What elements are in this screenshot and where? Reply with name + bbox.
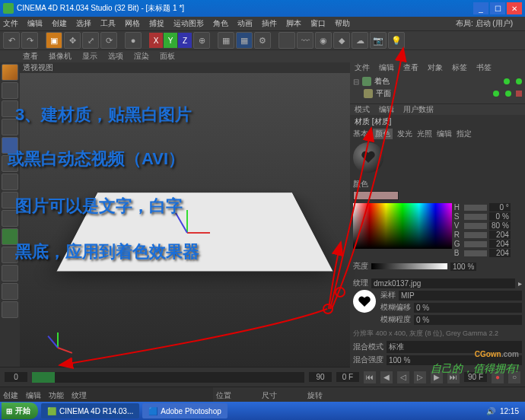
timeline-cur[interactable]: 0 F — [336, 372, 359, 382]
y-axis-toggle[interactable]: Y — [164, 33, 177, 48]
menu-tools[interactable]: 工具 — [100, 18, 116, 29]
taskbar-item-c4d[interactable]: 🟩CINEMA 4D R14.03... — [41, 403, 139, 418]
prev-frame-button[interactable]: ◀ — [380, 371, 393, 383]
goto-start-button[interactable]: ⏮ — [364, 371, 376, 383]
cube-primitive[interactable] — [278, 32, 295, 49]
tab-editor[interactable]: 编辑 — [437, 129, 452, 139]
maximize-button[interactable]: ☐ — [490, 2, 505, 14]
clock[interactable]: 12:15 — [500, 407, 519, 415]
render-settings[interactable]: ⚙ — [254, 32, 271, 49]
menu-create[interactable]: 创建 — [52, 18, 67, 29]
blur-scale-value[interactable]: 0 % — [414, 315, 522, 325]
am-mode[interactable]: 模式 — [355, 104, 370, 115]
make-editable[interactable] — [2, 64, 18, 81]
om-objects[interactable]: 对象 — [428, 62, 443, 73]
tab-basic[interactable]: 基本 — [353, 129, 368, 139]
generator-tool[interactable]: ◉ — [315, 32, 332, 49]
s-value[interactable]: 0 % — [489, 212, 511, 221]
deformer-tool[interactable]: ◆ — [333, 32, 350, 49]
mm-edit[interactable]: 编辑 — [26, 390, 41, 401]
am-userdata[interactable]: 用户数据 — [403, 104, 434, 115]
menu-mesh[interactable]: 网格 — [125, 18, 140, 29]
b-value[interactable]: 204 — [489, 249, 511, 257]
menu-select[interactable]: 选择 — [76, 18, 91, 29]
system-tray[interactable]: 🔊 12:15 — [482, 407, 523, 415]
timeline-start[interactable]: 0 — [5, 372, 27, 382]
rotate-tool[interactable]: ⟳ — [100, 32, 117, 49]
tab-assign[interactable]: 指定 — [457, 129, 472, 139]
z-axis-toggle[interactable]: Z — [178, 33, 192, 48]
mm-texture[interactable]: 纹理 — [72, 390, 87, 401]
object-row-shader[interactable]: ⊟ 着色 — [353, 76, 522, 87]
timeline-end[interactable]: 90 — [309, 372, 332, 382]
menu-mograph[interactable]: 运动图形 — [173, 18, 204, 29]
play-button[interactable]: ▷ — [414, 371, 426, 383]
scale-tool[interactable]: ⤢ — [82, 32, 99, 49]
timeline-track[interactable] — [32, 372, 304, 383]
brightness-slider[interactable] — [371, 263, 447, 269]
taskbar-item-ps[interactable]: 🟦Adobe Photoshop — [142, 403, 228, 418]
select-tool[interactable]: ▣ — [46, 32, 62, 49]
coord-system[interactable]: ⊕ — [193, 32, 210, 49]
material-preview[interactable] — [350, 139, 525, 176]
menu-file[interactable]: 文件 — [3, 18, 18, 29]
brightness-value[interactable]: 100 % — [450, 262, 476, 271]
menu-character[interactable]: 角色 — [213, 18, 228, 29]
undo-button[interactable]: ↶ — [3, 32, 20, 49]
poly-mode[interactable] — [2, 173, 18, 190]
menu-edit[interactable]: 编辑 — [27, 18, 43, 29]
color-picker-field[interactable] — [353, 203, 452, 249]
tab-color[interactable]: 颜色 — [373, 129, 393, 139]
menu-window[interactable]: 窗口 — [310, 18, 326, 29]
workplane-tool[interactable] — [2, 265, 18, 282]
vp-panel[interactable]: 面板 — [160, 51, 175, 62]
menu-animate[interactable]: 动画 — [237, 18, 253, 29]
object-manager[interactable]: ⊟ 着色 平面 — [350, 73, 525, 103]
vp-view[interactable]: 查看 — [23, 51, 38, 62]
camera-tool[interactable]: 📷 — [370, 32, 387, 49]
sampling-value[interactable]: MIP — [399, 291, 522, 301]
lock-workplane[interactable] — [2, 283, 18, 300]
g-value[interactable]: 204 — [489, 240, 511, 248]
vp-display[interactable]: 显示 — [82, 51, 97, 62]
redo-button[interactable]: ↷ — [21, 32, 38, 49]
environment-tool[interactable]: ☁ — [352, 32, 368, 49]
minimize-button[interactable]: _ — [473, 2, 488, 14]
layout-selector[interactable]: 布局: 启动 (用户) — [456, 18, 513, 29]
om-edit[interactable]: 编辑 — [379, 62, 394, 73]
om-bookmarks[interactable]: 书签 — [476, 62, 492, 73]
menu-script[interactable]: 脚本 — [286, 18, 301, 29]
model-mode[interactable] — [2, 82, 18, 99]
menu-help[interactable]: 帮助 — [335, 18, 350, 29]
blur-offset-value[interactable]: 0 % — [414, 303, 522, 313]
mm-function[interactable]: 功能 — [49, 390, 64, 401]
play-back-button[interactable]: ◁ — [397, 371, 409, 383]
planar-workplane[interactable] — [2, 301, 18, 318]
texture-thumbnail[interactable] — [353, 290, 376, 313]
tray-icon[interactable]: 🔊 — [486, 407, 495, 415]
om-file[interactable]: 文件 — [355, 62, 370, 73]
object-row-plane[interactable]: 平面 — [353, 88, 522, 99]
tab-luminance[interactable]: 发光 — [397, 129, 412, 139]
recent-tool[interactable]: ● — [125, 32, 142, 49]
vp-options[interactable]: 选项 — [108, 51, 123, 62]
r-value[interactable]: 204 — [489, 231, 511, 239]
x-axis-toggle[interactable]: X — [149, 33, 163, 48]
start-button[interactable]: ⊞ 开始 — [2, 402, 38, 419]
render-view[interactable]: ▦ — [218, 32, 234, 49]
color-swatch[interactable] — [353, 191, 399, 200]
mm-create[interactable]: 创建 — [3, 390, 18, 401]
menu-snap[interactable]: 捕捉 — [149, 18, 164, 29]
render-pv[interactable]: ▦ — [236, 32, 253, 49]
vp-camera[interactable]: 摄像机 — [49, 51, 72, 62]
vp-filter[interactable]: 渲染 — [134, 51, 149, 62]
v-value[interactable]: 80 % — [489, 221, 511, 230]
om-view[interactable]: 查看 — [403, 62, 418, 73]
am-edit[interactable]: 编辑 — [379, 104, 394, 115]
texture-file-field[interactable]: dmzk0137.jpg — [371, 278, 515, 288]
h-value[interactable]: 0 ° — [489, 203, 511, 212]
menu-plugins[interactable]: 插件 — [262, 18, 277, 29]
close-button[interactable]: ✕ — [507, 2, 522, 14]
material-tag-icon[interactable] — [516, 91, 522, 97]
tab-illumination[interactable]: 光照 — [417, 129, 432, 139]
